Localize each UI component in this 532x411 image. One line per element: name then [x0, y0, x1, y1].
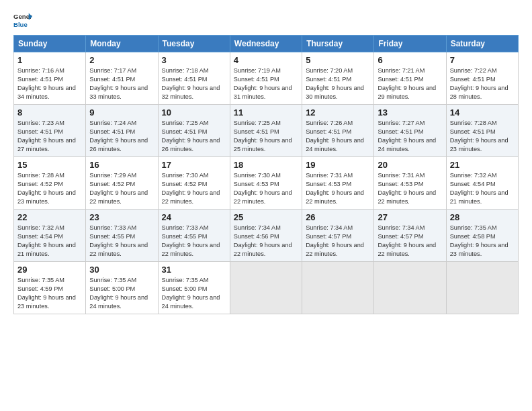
day-number: 29	[17, 265, 82, 275]
day-info: Sunrise: 7:25 AMSunset: 4:51 PMDaylight:…	[234, 120, 292, 152]
day-header-friday: Friday	[374, 36, 446, 52]
day-info: Sunrise: 7:22 AMSunset: 4:51 PMDaylight:…	[450, 67, 508, 100]
calendar-cell: 1 Sunrise: 7:16 AMSunset: 4:51 PMDayligh…	[14, 52, 86, 105]
day-number: 7	[450, 55, 515, 65]
day-number: 27	[378, 212, 442, 222]
calendar-cell: 4 Sunrise: 7:19 AMSunset: 4:51 PMDayligh…	[230, 52, 302, 105]
day-number: 16	[89, 160, 154, 170]
day-info: Sunrise: 7:30 AMSunset: 4:52 PMDaylight:…	[162, 172, 220, 205]
week-row-3: 15 Sunrise: 7:28 AMSunset: 4:52 PMDaylig…	[14, 157, 519, 210]
day-number: 19	[306, 160, 370, 170]
calendar-container: General Blue SundayMondayTuesdayWednesda…	[0, 0, 532, 321]
day-info: Sunrise: 7:34 AMSunset: 4:57 PMDaylight:…	[378, 224, 436, 257]
day-number: 18	[234, 160, 298, 170]
day-info: Sunrise: 7:26 AMSunset: 4:51 PMDaylight:…	[306, 120, 364, 152]
calendar-table: SundayMondayTuesdayWednesdayThursdayFrid…	[13, 35, 519, 314]
calendar-cell: 16 Sunrise: 7:29 AMSunset: 4:52 PMDaylig…	[86, 157, 158, 210]
calendar-cell: 10 Sunrise: 7:25 AMSunset: 4:51 PMDaylig…	[158, 105, 230, 157]
calendar-cell: 19 Sunrise: 7:31 AMSunset: 4:53 PMDaylig…	[302, 157, 374, 210]
day-number: 11	[234, 107, 298, 118]
day-info: Sunrise: 7:24 AMSunset: 4:51 PMDaylight:…	[89, 120, 148, 152]
day-info: Sunrise: 7:35 AMSunset: 4:59 PMDaylight:…	[17, 277, 76, 310]
calendar-cell: 28 Sunrise: 7:35 AMSunset: 4:58 PMDaylig…	[446, 210, 518, 262]
day-number: 3	[162, 55, 226, 65]
calendar-cell: 14 Sunrise: 7:28 AMSunset: 4:51 PMDaylig…	[446, 105, 518, 157]
calendar-cell: 30 Sunrise: 7:35 AMSunset: 5:00 PMDaylig…	[86, 262, 158, 314]
day-number: 14	[450, 107, 515, 118]
calendar-cell: 17 Sunrise: 7:30 AMSunset: 4:52 PMDaylig…	[158, 157, 230, 210]
day-info: Sunrise: 7:32 AMSunset: 4:54 PMDaylight:…	[17, 224, 76, 257]
day-number: 9	[89, 107, 154, 118]
calendar-cell: 13 Sunrise: 7:27 AMSunset: 4:51 PMDaylig…	[374, 105, 446, 157]
calendar-cell: 11 Sunrise: 7:25 AMSunset: 4:51 PMDaylig…	[230, 105, 302, 157]
day-info: Sunrise: 7:33 AMSunset: 4:55 PMDaylight:…	[162, 224, 220, 257]
day-number: 4	[234, 55, 298, 65]
day-number: 31	[162, 265, 226, 275]
calendar-cell: 25 Sunrise: 7:34 AMSunset: 4:56 PMDaylig…	[230, 210, 302, 262]
calendar-cell: 15 Sunrise: 7:28 AMSunset: 4:52 PMDaylig…	[14, 157, 86, 210]
calendar-cell: 5 Sunrise: 7:20 AMSunset: 4:51 PMDayligh…	[302, 52, 374, 105]
calendar-cell: 23 Sunrise: 7:33 AMSunset: 4:55 PMDaylig…	[86, 210, 158, 262]
day-header-tuesday: Tuesday	[158, 36, 230, 52]
svg-text:Blue: Blue	[13, 21, 28, 28]
day-number: 8	[17, 107, 82, 118]
day-info: Sunrise: 7:34 AMSunset: 4:57 PMDaylight:…	[306, 224, 364, 257]
day-number: 10	[162, 107, 226, 118]
day-info: Sunrise: 7:28 AMSunset: 4:52 PMDaylight:…	[17, 172, 76, 205]
day-info: Sunrise: 7:35 AMSunset: 4:58 PMDaylight:…	[450, 224, 508, 257]
day-number: 25	[234, 212, 298, 222]
calendar-cell	[374, 262, 446, 314]
day-info: Sunrise: 7:16 AMSunset: 4:51 PMDaylight:…	[17, 67, 76, 100]
day-info: Sunrise: 7:18 AMSunset: 4:51 PMDaylight:…	[162, 67, 220, 100]
week-row-2: 8 Sunrise: 7:23 AMSunset: 4:51 PMDayligh…	[14, 105, 519, 157]
day-number: 22	[17, 212, 82, 222]
calendar-cell	[302, 262, 374, 314]
day-number: 23	[89, 212, 154, 222]
day-info: Sunrise: 7:28 AMSunset: 4:51 PMDaylight:…	[450, 120, 508, 152]
day-number: 2	[89, 55, 154, 65]
calendar-cell: 12 Sunrise: 7:26 AMSunset: 4:51 PMDaylig…	[302, 105, 374, 157]
day-number: 5	[306, 55, 370, 65]
day-info: Sunrise: 7:21 AMSunset: 4:51 PMDaylight:…	[378, 67, 436, 100]
day-number: 12	[306, 107, 370, 118]
week-row-5: 29 Sunrise: 7:35 AMSunset: 4:59 PMDaylig…	[14, 262, 519, 314]
day-number: 30	[89, 265, 154, 275]
day-number: 24	[162, 212, 226, 222]
day-info: Sunrise: 7:34 AMSunset: 4:56 PMDaylight:…	[234, 224, 292, 257]
calendar-cell: 20 Sunrise: 7:31 AMSunset: 4:53 PMDaylig…	[374, 157, 446, 210]
day-info: Sunrise: 7:33 AMSunset: 4:55 PMDaylight:…	[89, 224, 148, 257]
header: General Blue	[13, 11, 519, 30]
day-info: Sunrise: 7:23 AMSunset: 4:51 PMDaylight:…	[17, 120, 76, 152]
header-row: SundayMondayTuesdayWednesdayThursdayFrid…	[14, 36, 519, 52]
day-header-saturday: Saturday	[446, 36, 518, 52]
day-number: 13	[378, 107, 442, 118]
day-header-thursday: Thursday	[302, 36, 374, 52]
day-number: 28	[450, 212, 515, 222]
calendar-cell: 18 Sunrise: 7:30 AMSunset: 4:53 PMDaylig…	[230, 157, 302, 210]
day-info: Sunrise: 7:19 AMSunset: 4:51 PMDaylight:…	[234, 67, 292, 100]
day-info: Sunrise: 7:31 AMSunset: 4:53 PMDaylight:…	[306, 172, 364, 205]
calendar-cell: 8 Sunrise: 7:23 AMSunset: 4:51 PMDayligh…	[14, 105, 86, 157]
week-row-1: 1 Sunrise: 7:16 AMSunset: 4:51 PMDayligh…	[14, 52, 519, 105]
logo: General Blue	[13, 11, 32, 30]
day-info: Sunrise: 7:25 AMSunset: 4:51 PMDaylight:…	[162, 120, 220, 152]
calendar-cell	[446, 262, 518, 314]
day-info: Sunrise: 7:30 AMSunset: 4:53 PMDaylight:…	[234, 172, 292, 205]
calendar-cell: 24 Sunrise: 7:33 AMSunset: 4:55 PMDaylig…	[158, 210, 230, 262]
day-number: 21	[450, 160, 515, 170]
day-info: Sunrise: 7:31 AMSunset: 4:53 PMDaylight:…	[378, 172, 436, 205]
calendar-cell: 22 Sunrise: 7:32 AMSunset: 4:54 PMDaylig…	[14, 210, 86, 262]
day-number: 1	[17, 55, 82, 65]
day-header-monday: Monday	[86, 36, 158, 52]
day-info: Sunrise: 7:17 AMSunset: 4:51 PMDaylight:…	[89, 67, 148, 100]
calendar-cell: 3 Sunrise: 7:18 AMSunset: 4:51 PMDayligh…	[158, 52, 230, 105]
calendar-cell: 2 Sunrise: 7:17 AMSunset: 4:51 PMDayligh…	[86, 52, 158, 105]
day-info: Sunrise: 7:32 AMSunset: 4:54 PMDaylight:…	[450, 172, 508, 205]
day-info: Sunrise: 7:27 AMSunset: 4:51 PMDaylight:…	[378, 120, 436, 152]
calendar-cell: 27 Sunrise: 7:34 AMSunset: 4:57 PMDaylig…	[374, 210, 446, 262]
calendar-cell: 26 Sunrise: 7:34 AMSunset: 4:57 PMDaylig…	[302, 210, 374, 262]
day-number: 17	[162, 160, 226, 170]
calendar-cell: 29 Sunrise: 7:35 AMSunset: 4:59 PMDaylig…	[14, 262, 86, 314]
calendar-cell: 6 Sunrise: 7:21 AMSunset: 4:51 PMDayligh…	[374, 52, 446, 105]
logo-icon: General Blue	[13, 11, 32, 30]
